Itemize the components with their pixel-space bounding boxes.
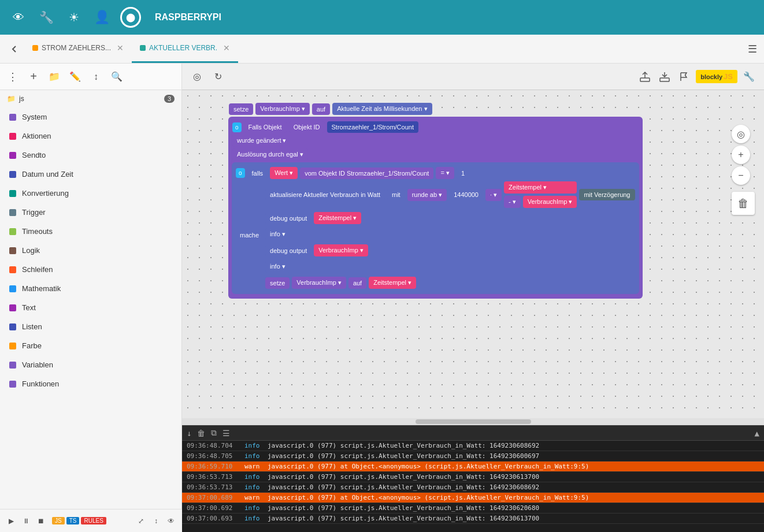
info1-block[interactable]: info ▾	[265, 228, 290, 240]
falls-objekt-block[interactable]: Falls Objekt	[244, 121, 287, 133]
info2-block[interactable]: info ▾	[265, 261, 290, 273]
setze-block[interactable]: setze	[229, 103, 253, 115]
auslosung-block[interactable]: Auslösung durch egal ▾	[232, 148, 308, 161]
tab-strom-zaehlers[interactable]: STROM ZAEHLERS... ✕	[24, 35, 132, 63]
expand-button[interactable]: ⤢	[135, 515, 147, 527]
eye-icon[interactable]: 👁	[9, 8, 28, 27]
falls-block[interactable]: falls	[247, 168, 268, 179]
multiply-block[interactable]: · ▾	[485, 189, 502, 201]
log-time: 09:36:48.704	[187, 442, 244, 449]
sidebar: ⋮ + 📁 ✏️ ↕ 🔍 📁 js 3 System Aktionen	[0, 64, 182, 532]
debug2-block[interactable]: debug output	[265, 245, 311, 256]
category-mathematik[interactable]: Mathematik	[0, 279, 181, 298]
category-funktionen[interactable]: Funktionen	[0, 374, 181, 393]
trash-btn[interactable]: 🗑	[732, 192, 755, 215]
log-list-icon[interactable]: ☰	[222, 429, 230, 438]
runde-ab-block[interactable]: runde ab ▾	[407, 189, 447, 201]
center-zoom-btn[interactable]: ◎	[732, 125, 750, 143]
flag-btn[interactable]	[676, 69, 692, 85]
menu-icon[interactable]: ☰	[748, 43, 757, 55]
category-text[interactable]: Text	[0, 298, 181, 317]
objekt-id-block[interactable]: Objekt ID	[289, 121, 325, 133]
canvas-scroll-thumb[interactable]	[416, 419, 531, 424]
ts-badge[interactable]: TS	[66, 517, 80, 524]
tab-aktueller-verbr[interactable]: AKTUELLER VERBR. ✕	[132, 35, 238, 63]
vom-objekt-block[interactable]: vom Objekt ID Stromzaehler_1/Strom/Count	[300, 168, 433, 179]
debug2-row: debug output VerbrauchImp ▾	[265, 244, 635, 257]
wrench-icon[interactable]: 🔧	[37, 8, 55, 27]
verbrauchimp2-block[interactable]: VerbrauchImp ▾	[523, 196, 577, 208]
num2-block[interactable]: 1440000	[449, 189, 483, 200]
export-btn[interactable]	[637, 69, 653, 85]
import-btn[interactable]	[657, 69, 673, 85]
aktuelle-zeit-block[interactable]: Aktuelle Zeit als Millisekunden ▾	[332, 103, 432, 115]
canvas-scrollbar[interactable]	[182, 418, 764, 425]
category-sendto[interactable]: Sendto	[0, 146, 181, 165]
category-trigger[interactable]: Trigger	[0, 203, 181, 222]
add-icon[interactable]: ⋮	[5, 69, 21, 85]
eq-block[interactable]: = ▾	[436, 167, 454, 179]
category-variablen[interactable]: Variablen	[0, 355, 181, 374]
zeitstempel4-block[interactable]: Zeitstempel ▾	[369, 277, 416, 289]
brightness-icon[interactable]: ☀	[65, 8, 83, 27]
log-delete-icon[interactable]: 🗑	[197, 429, 205, 438]
zeitstempel3-block[interactable]: Zeitstempel ▾	[314, 212, 361, 224]
search-icon[interactable]: 🔍	[109, 69, 125, 85]
pause-button[interactable]: ⏸	[20, 515, 32, 527]
category-system[interactable]: System	[0, 107, 181, 127]
log-scroll-up[interactable]: ▲	[755, 429, 759, 438]
sort-icon[interactable]: ↕	[88, 69, 104, 85]
debug1-block[interactable]: debug output	[265, 213, 311, 224]
info2-row: info ▾	[265, 260, 635, 273]
verbrauchimp4-block[interactable]: VerbrauchImp ▾	[292, 277, 346, 289]
new-folder-icon[interactable]: 📁	[46, 69, 62, 85]
plus-icon[interactable]: +	[25, 69, 42, 85]
category-logik[interactable]: Logik	[0, 241, 181, 260]
play-button[interactable]: ▶	[5, 515, 17, 527]
mit-verzogerung-block[interactable]: mit Verzögerung	[579, 189, 635, 200]
js-badge[interactable]: JS	[52, 517, 65, 524]
wurde-geaendert-block[interactable]: wurde geändert ▾	[232, 135, 291, 147]
minus-block[interactable]: - ▾	[504, 196, 521, 208]
zoom-out-btn[interactable]: −	[732, 166, 750, 185]
category-listen[interactable]: Listen	[0, 317, 181, 336]
eye-off-button[interactable]: 👁	[165, 515, 177, 527]
stop-button[interactable]: ⏹	[35, 515, 47, 527]
folder-badge: 3	[164, 95, 175, 103]
rules-badge[interactable]: RULES	[81, 517, 106, 524]
person-icon[interactable]: 👤	[92, 8, 111, 27]
log-copy-icon[interactable]: ⧉	[211, 428, 217, 438]
setze2-block[interactable]: setze	[265, 277, 290, 289]
refresh-icon[interactable]: ↻	[210, 69, 226, 85]
stromzaehler-id-block[interactable]: Stromzaehler_1/Strom/Count	[327, 121, 418, 133]
verbrauchimp3-block[interactable]: VerbrauchImp ▾	[314, 244, 368, 256]
tab2-close[interactable]: ✕	[223, 43, 230, 53]
arrows-button[interactable]: ↕	[150, 515, 162, 527]
log-down-icon[interactable]: ↓	[187, 429, 191, 438]
log-level: info	[244, 442, 268, 449]
category-schleifen[interactable]: Schleifen	[0, 260, 181, 279]
category-konvertierung[interactable]: Konvertierung	[0, 184, 181, 203]
falls-row: o falls Wert ▾ vom Objekt ID Stromzaehle…	[235, 166, 636, 180]
auf2-block[interactable]: auf	[348, 277, 366, 289]
wert-block[interactable]: Wert ▾	[270, 167, 298, 179]
center-icon[interactable]: ◎	[189, 69, 205, 85]
num-block[interactable]: 1	[457, 168, 469, 179]
blockly-button[interactable]: blockly JS	[696, 70, 737, 83]
category-farbe[interactable]: Farbe	[0, 336, 181, 355]
svg-rect-1	[660, 78, 669, 81]
auf-block[interactable]: auf	[312, 103, 330, 115]
edit-icon[interactable]: ✏️	[67, 69, 83, 85]
aktualisiere-block[interactable]: aktualisiere Aktueller Verbrauch in Watt	[265, 189, 385, 200]
mit-block[interactable]: mit	[387, 189, 405, 200]
tab1-close[interactable]: ✕	[117, 43, 124, 53]
zoom-in-btn[interactable]: +	[732, 146, 750, 164]
zeitstempel-block[interactable]: Zeitstempel ▾	[504, 181, 577, 194]
log-row: 09:37:00.693infojavascript.0 (977) scrip…	[182, 514, 764, 524]
verbrauchimp-block[interactable]: VerbrauchImp ▾	[255, 103, 310, 115]
settings-btn[interactable]: 🔧	[741, 69, 757, 85]
category-timeouts[interactable]: Timeouts	[0, 222, 181, 241]
category-aktionen[interactable]: Aktionen	[0, 127, 181, 146]
back-button[interactable]	[5, 35, 24, 63]
category-datum[interactable]: Datum und Zeit	[0, 165, 181, 184]
